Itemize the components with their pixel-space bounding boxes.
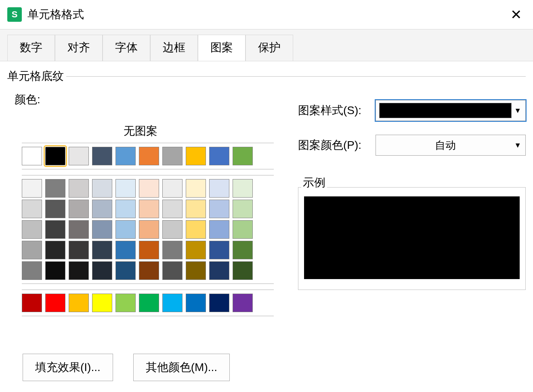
color-swatch[interactable] [92,261,112,280]
color-swatch[interactable] [92,294,112,312]
color-swatch[interactable] [69,147,89,165]
section-shading-title: 单元格底纹 [7,69,64,84]
color-swatch[interactable] [115,220,136,239]
tab-数字[interactable]: 数字 [7,35,55,61]
color-swatch[interactable] [115,200,136,218]
color-swatch[interactable] [162,200,183,218]
sample-frame [298,187,526,290]
color-swatch[interactable] [209,294,229,312]
color-swatch[interactable] [209,200,229,218]
color-swatch[interactable] [69,261,89,280]
color-swatch[interactable] [115,179,136,198]
tab-bar: 数字对齐字体边框图案保护 [0,34,533,61]
color-swatch[interactable] [69,220,89,239]
color-swatch[interactable] [45,147,65,165]
color-swatch[interactable] [233,220,253,239]
color-swatch[interactable] [233,261,253,280]
color-swatch[interactable] [69,200,89,218]
chevron-down-icon: ▼ [512,141,524,150]
color-swatch[interactable] [233,147,253,165]
color-swatch[interactable] [162,147,183,165]
close-icon[interactable]: ✕ [506,5,526,24]
color-swatch[interactable] [186,261,206,280]
color-swatch[interactable] [209,220,229,239]
fill-effects-button[interactable]: 填充效果(I)... [23,354,113,381]
color-swatch[interactable] [186,241,206,259]
color-swatch[interactable] [186,179,206,198]
color-swatch[interactable] [139,220,159,239]
tab-字体[interactable]: 字体 [103,35,150,61]
color-swatch[interactable] [45,220,65,239]
palette-theme-row-1 [22,200,274,218]
color-swatch[interactable] [162,179,183,198]
pattern-color-dropdown[interactable]: 自动 ▼ [376,135,526,156]
color-swatch[interactable] [209,261,229,280]
app-icon: S [7,7,22,22]
color-swatch[interactable] [115,147,136,165]
color-swatch[interactable] [22,147,42,165]
color-swatch[interactable] [115,261,136,280]
color-swatch[interactable] [209,241,229,259]
color-swatch[interactable] [139,179,159,198]
more-colors-button[interactable]: 其他颜色(M)... [133,354,230,381]
color-swatch[interactable] [69,179,89,198]
color-swatch[interactable] [22,200,42,218]
color-swatch[interactable] [115,294,136,312]
color-swatch[interactable] [69,241,89,259]
color-palette [22,143,274,316]
color-swatch[interactable] [162,220,183,239]
titlebar: S 单元格格式 ✕ [0,0,533,29]
color-swatch[interactable] [92,241,112,259]
tab-边框[interactable]: 边框 [150,35,198,61]
color-swatch[interactable] [139,147,159,165]
color-swatch[interactable] [162,294,183,312]
color-swatch[interactable] [162,241,183,259]
palette-theme-row-0 [22,179,274,198]
palette-standard-row [22,294,274,312]
color-swatch[interactable] [45,294,65,312]
color-swatch[interactable] [186,220,206,239]
color-swatch[interactable] [69,294,89,312]
color-swatch[interactable] [92,220,112,239]
color-swatch[interactable] [45,241,65,259]
color-swatch[interactable] [233,241,253,259]
color-swatch[interactable] [92,147,112,165]
color-swatch[interactable] [139,200,159,218]
tab-bar-area: 数字对齐字体边框图案保护 单元格底纹 颜色: 无图案 图案样式(S): [0,29,533,392]
window-title: 单元格格式 [27,7,84,22]
color-swatch[interactable] [22,294,42,312]
palette-theme-row-4 [22,261,274,280]
color-swatch[interactable] [139,261,159,280]
color-swatch[interactable] [162,261,183,280]
color-swatch[interactable] [139,241,159,259]
pattern-style-preview [379,103,512,118]
color-swatch[interactable] [22,220,42,239]
color-swatch[interactable] [209,147,229,165]
pattern-color-value: 自动 [379,138,512,152]
color-swatch[interactable] [209,179,229,198]
color-label: 颜色: [15,92,274,107]
tab-图案[interactable]: 图案 [198,35,246,61]
color-swatch[interactable] [233,179,253,198]
color-swatch[interactable] [45,200,65,218]
pattern-style-dropdown[interactable]: ▼ [376,100,526,121]
color-swatch[interactable] [139,294,159,312]
color-swatch[interactable] [22,179,42,198]
color-swatch[interactable] [233,294,253,312]
color-swatch[interactable] [186,294,206,312]
tab-保护[interactable]: 保护 [246,35,293,61]
pattern-style-label: 图案样式(S): [298,103,371,118]
no-pattern-label: 无图案 [7,123,274,139]
chevron-down-icon: ▼ [512,106,524,115]
tab-对齐[interactable]: 对齐 [55,35,103,61]
color-swatch[interactable] [92,200,112,218]
color-swatch[interactable] [92,179,112,198]
color-swatch[interactable] [115,241,136,259]
color-swatch[interactable] [186,147,206,165]
color-swatch[interactable] [45,261,65,280]
color-swatch[interactable] [45,179,65,198]
color-swatch[interactable] [22,241,42,259]
color-swatch[interactable] [22,261,42,280]
color-swatch[interactable] [233,200,253,218]
color-swatch[interactable] [186,200,206,218]
